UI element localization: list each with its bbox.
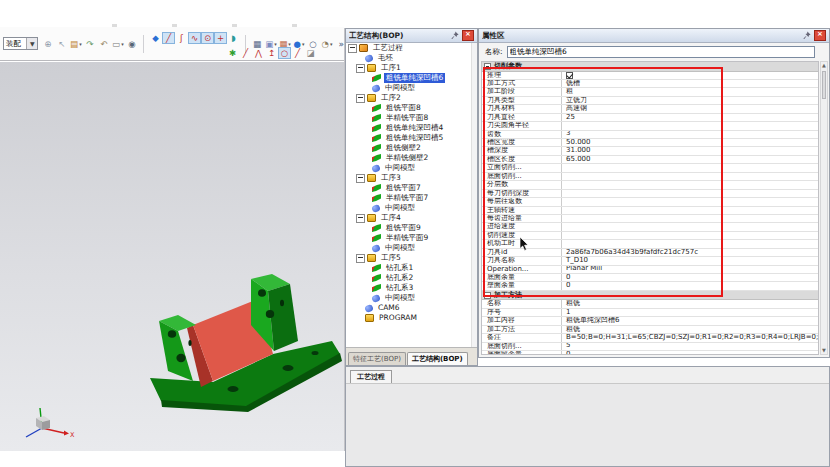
property-value[interactable]: 粗铣 — [562, 300, 818, 307]
collapse-toggle-icon[interactable] — [356, 254, 365, 263]
spline-icon[interactable]: ∿ — [188, 32, 201, 44]
3d-viewport[interactable]: X — [0, 62, 344, 451]
pattern-icon[interactable]: ✱ — [226, 47, 239, 59]
property-row[interactable]: 齿数 3 — [482, 131, 818, 139]
property-row[interactable]: 底面切削... 5 — [482, 343, 818, 351]
dropdown-arrow-icon[interactable]: ▾ — [79, 41, 82, 47]
dropdown-arrow-icon[interactable]: ▾ — [121, 41, 124, 47]
tree-item[interactable]: 粗铣单纯深凹槽4 — [346, 123, 472, 133]
collapse-toggle-icon[interactable] — [356, 64, 365, 73]
tree-item[interactable]: 钻孔系1 — [346, 263, 472, 273]
property-value[interactable] — [562, 122, 818, 129]
property-value[interactable] — [562, 198, 818, 205]
collapse-toggle-icon[interactable] — [348, 44, 357, 53]
scroll-down-icon[interactable]: ▼ — [822, 347, 826, 354]
fill-icon[interactable]: ◪ — [304, 47, 317, 59]
property-row[interactable]: 槽深度 31.000 — [482, 147, 818, 155]
property-row[interactable]: 每齿进给量 — [482, 215, 818, 223]
dropdown-arrow-icon[interactable]: ▾ — [302, 41, 305, 47]
property-row[interactable]: 每层往返数 — [482, 198, 818, 206]
circle-icon[interactable]: ⊙ — [201, 32, 214, 44]
property-value[interactable] — [562, 240, 818, 247]
dropdown-arrow-icon[interactable]: ▾ — [288, 41, 291, 47]
tree-item[interactable]: 毛坯 — [346, 53, 472, 63]
tree-item[interactable]: 中间模型 — [346, 293, 472, 303]
image-icon[interactable]: ▤▾ — [69, 38, 82, 50]
collapse-toggle-icon[interactable] — [356, 94, 365, 103]
surface-icon[interactable]: ◗ — [227, 32, 240, 44]
property-value[interactable]: 0. — [562, 351, 818, 355]
tree-item[interactable]: 工艺过程 — [346, 43, 472, 53]
property-value[interactable]: 3 — [562, 131, 818, 138]
property-value[interactable]: 1 — [562, 309, 818, 316]
visibility-icon[interactable]: ◉ — [125, 38, 138, 50]
tree-item[interactable]: 工序2 — [346, 93, 472, 103]
tree-item[interactable]: 工序3 — [346, 173, 472, 183]
section-header-cutting[interactable]: 切削参数 — [482, 62, 818, 72]
scrollbar-thumb[interactable] — [822, 71, 826, 99]
solid-cube-icon[interactable]: ◆ — [149, 32, 162, 44]
tree-item[interactable]: 中间模型 — [346, 163, 472, 173]
close-icon[interactable]: × — [462, 30, 474, 41]
slash-icon[interactable]: ╱ — [291, 47, 304, 59]
property-value[interactable]: 粗 — [562, 88, 818, 95]
pin-icon[interactable] — [451, 31, 460, 40]
tree-panel-tab[interactable]: 特征工艺(BOP) — [348, 352, 406, 365]
property-row[interactable]: 备注 B=50;B=0;H=31;L=65;CBZJ=0;SZJ=0;R1=0;… — [482, 334, 818, 342]
property-value[interactable]: 31.000 — [562, 147, 818, 154]
property-row[interactable]: 序号 1 — [482, 309, 818, 317]
polyline-icon[interactable]: ╱ — [239, 47, 252, 59]
tree-panel-tab[interactable]: 工艺结构(BOP) — [407, 352, 468, 365]
property-value[interactable]: 65.000 — [562, 156, 818, 163]
tree-item[interactable]: PROGRAM — [346, 313, 472, 323]
tree-item[interactable]: 中间模型 — [346, 243, 472, 253]
property-row[interactable]: 推理 — [482, 72, 818, 80]
property-row[interactable]: Operation... Planar Mill — [482, 266, 818, 274]
tree-item[interactable]: 钻孔系3 — [346, 283, 472, 293]
tree-item[interactable]: 半精铣侧壁2 — [346, 153, 472, 163]
property-row[interactable]: 分层数 — [482, 181, 818, 189]
property-value[interactable]: 粗铣单纯深凹槽6 — [562, 317, 818, 324]
property-row[interactable]: 刀具材料 高速钢 — [482, 105, 818, 113]
property-value[interactable]: 0 — [562, 282, 818, 289]
property-value[interactable]: 高速钢 — [562, 105, 818, 112]
property-row[interactable]: 刀尖圆角半径 — [482, 122, 818, 130]
property-value[interactable]: 5 — [562, 343, 818, 350]
property-row[interactable]: 加工方式 铣槽 — [482, 80, 818, 88]
combobox-dropdown-icon[interactable]: ▼ — [26, 38, 37, 49]
property-row[interactable]: 壁面余量 0 — [482, 282, 818, 290]
tree-item[interactable]: 中间模型 — [346, 83, 472, 93]
tree-item[interactable]: 粗铣单纯深凹槽6 — [346, 73, 472, 83]
property-row[interactable]: 刀具直径 25 — [482, 114, 818, 122]
property-value[interactable]: 0 — [562, 274, 818, 281]
tree-item[interactable]: 粗铣平面7 — [346, 183, 472, 193]
property-row[interactable]: 加工阶段 粗 — [482, 88, 818, 96]
line-icon[interactable]: ╱ — [162, 32, 175, 44]
property-value[interactable]: 50.000 — [562, 139, 818, 146]
tree-item[interactable]: 中间模型 — [346, 203, 472, 213]
property-value[interactable]: T_D10 — [562, 257, 818, 264]
property-value[interactable] — [562, 190, 818, 197]
point-icon[interactable]: + — [214, 32, 227, 44]
checkbox-checked-icon[interactable] — [566, 72, 573, 79]
undo-icon[interactable]: ↶ — [97, 38, 110, 50]
tree-item[interactable]: 工序4 — [346, 213, 472, 223]
property-value[interactable] — [562, 181, 818, 188]
tree-item[interactable]: 半精铣平面7 — [346, 193, 472, 203]
collapse-toggle-icon[interactable] — [356, 214, 365, 223]
curve-points-icon[interactable]: ⋀ — [252, 47, 265, 59]
property-value[interactable]: Planar Mill — [562, 266, 818, 273]
collapse-icon[interactable] — [484, 292, 491, 299]
config-combobox[interactable]: 装配 ▼ — [3, 37, 38, 50]
property-value[interactable]: 粗铣 — [562, 326, 818, 333]
property-row[interactable]: 机动工时 — [482, 240, 818, 248]
property-value[interactable] — [562, 223, 818, 230]
move-icon[interactable]: ↖ — [55, 38, 68, 50]
property-row[interactable]: 切削速度 — [482, 232, 818, 240]
property-row[interactable]: 进给速度 — [482, 223, 818, 231]
properties-scrollbar[interactable]: ▲ ▼ — [820, 61, 828, 355]
property-value[interactable] — [562, 215, 818, 222]
property-row[interactable]: 底面留余量 0. — [482, 351, 818, 355]
tree-item[interactable]: 工序1 — [346, 63, 472, 73]
ellipse-icon[interactable]: ○ — [278, 47, 291, 59]
